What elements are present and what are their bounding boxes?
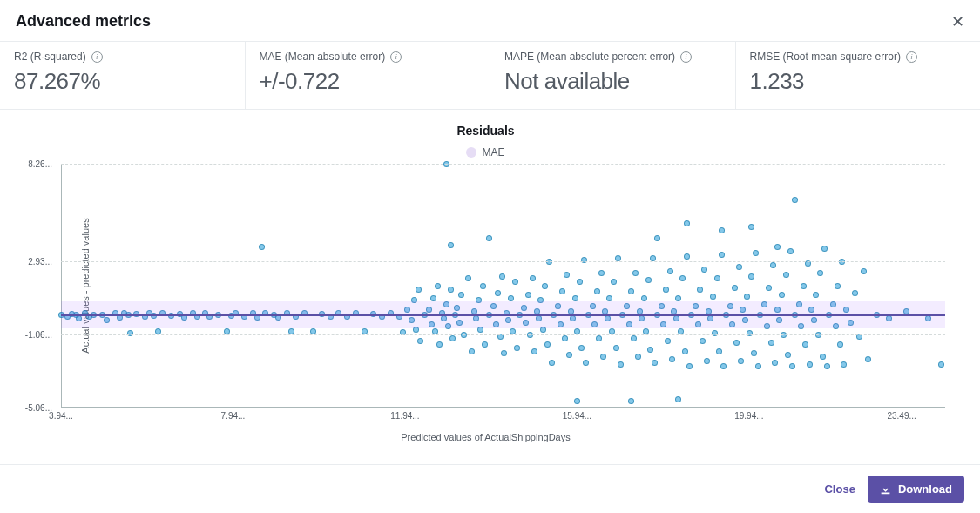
chart-plot-area[interactable]: Actual values - predicted values -5.06..… [61, 164, 945, 408]
residuals-chart: Residuals MAE Actual values - predicted … [0, 110, 980, 464]
metric-rmse-label-text: RMSE (Root mean square error) [750, 51, 901, 63]
metric-mape-label-text: MAPE (Mean absolute percent error) [504, 51, 675, 63]
metric-rmse: RMSE (Root mean square error) i 1.233 [735, 42, 981, 109]
info-icon[interactable]: i [680, 51, 692, 63]
chart-title: Residuals [9, 124, 963, 138]
modal-footer: Close Download [0, 464, 980, 513]
y-ticks: -5.06...-1.06...2.93...8.26... [17, 164, 52, 408]
chart-legend: MAE [9, 146, 963, 159]
metric-mae: MAE (Mean absolute error) i +/-0.722 [245, 42, 490, 109]
metric-mae-label: MAE (Mean absolute error) i [260, 51, 476, 63]
download-icon [880, 483, 891, 495]
download-button-label: Download [898, 483, 952, 496]
x-axis-label: Predicted values of ActualShippingDays [9, 432, 963, 442]
metric-r2-label-text: R2 (R-squared) [14, 51, 86, 63]
metrics-summary-row: R2 (R-squared) i 87.267% MAE (Mean absol… [0, 42, 980, 110]
metric-r2-label: R2 (R-squared) i [14, 51, 231, 63]
download-button[interactable]: Download [868, 476, 964, 503]
modal-header: Advanced metrics ✕ [0, 0, 980, 42]
info-icon[interactable]: i [906, 51, 917, 63]
reference-line [61, 314, 945, 316]
metric-r2: R2 (R-squared) i 87.267% [0, 42, 245, 109]
metric-mape-value: Not available [504, 68, 721, 95]
metric-mae-value: +/-0.722 [260, 68, 476, 95]
close-icon[interactable]: ✕ [951, 14, 964, 30]
modal-title: Advanced metrics [16, 12, 151, 30]
advanced-metrics-modal: Advanced metrics ✕ R2 (R-squared) i 87.2… [0, 0, 980, 513]
metric-mape-label: MAPE (Mean absolute percent error) i [504, 51, 721, 63]
metric-mape: MAPE (Mean absolute percent error) i Not… [490, 42, 735, 109]
legend-swatch-mae [466, 147, 476, 158]
metric-rmse-label: RMSE (Root mean square error) i [750, 51, 967, 63]
x-ticks: 3.94...7.94...11.94...15.94...19.94...23… [61, 408, 945, 423]
legend-label-mae: MAE [482, 146, 504, 159]
metric-mae-label-text: MAE (Mean absolute error) [260, 51, 386, 63]
info-icon[interactable]: i [390, 51, 402, 63]
metric-rmse-value: 1.233 [750, 68, 967, 95]
scatter-points [61, 164, 945, 408]
close-button[interactable]: Close [824, 483, 855, 496]
info-icon[interactable]: i [91, 51, 103, 63]
metric-r2-value: 87.267% [14, 68, 231, 95]
